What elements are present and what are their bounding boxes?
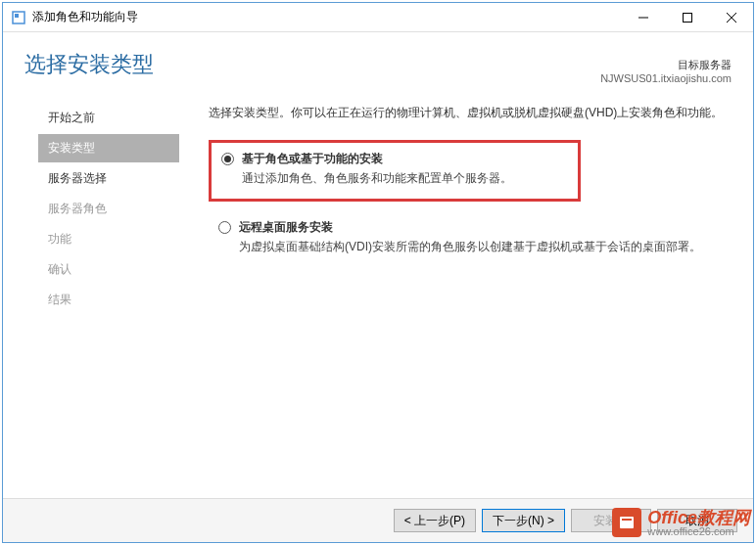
window-controls [621, 3, 753, 31]
option-role-based-title: 基于角色或基于功能的安装 [242, 151, 564, 167]
svg-rect-1 [15, 14, 19, 18]
option-rds-content: 远程桌面服务安装 为虚拟桌面基础结构(VDI)安装所需的角色服务以创建基于虚拟机… [239, 219, 722, 255]
option-role-based-highlight: 基于角色或基于功能的安装 通过添加角色、角色服务和功能来配置单个服务器。 [209, 140, 581, 202]
option-role-based-content: 基于角色或基于功能的安装 通过添加角色、角色服务和功能来配置单个服务器。 [242, 151, 564, 187]
content-panel: 选择安装类型。你可以在正在运行的物理计算机、虚拟机或脱机虚拟硬盘(VHD)上安装… [179, 100, 753, 498]
maximize-button[interactable] [665, 3, 709, 31]
next-button[interactable]: 下一步(N) > [482, 509, 565, 532]
sidebar-item-server-roles: 服务器角色 [38, 195, 179, 223]
svg-rect-3 [683, 13, 691, 22]
header: 选择安装类型 目标服务器 NJWSUS01.itxiaojishu.com [3, 32, 753, 94]
sidebar-item-features: 功能 [38, 225, 179, 253]
server-label: 目标服务器 [600, 58, 732, 72]
close-button[interactable] [709, 3, 753, 31]
server-info: 目标服务器 NJWSUS01.itxiaojishu.com [600, 58, 732, 84]
cancel-button[interactable]: 取消 [657, 509, 737, 532]
sidebar-item-before-you-begin[interactable]: 开始之前 [38, 104, 179, 132]
sidebar: 开始之前 安装类型 服务器选择 服务器角色 功能 确认 结果 [3, 100, 179, 498]
wizard-window: 添加角色和功能向导 选择安装类型 目标服务器 NJWSUS01.itxiaoji… [2, 2, 754, 543]
server-value: NJWSUS01.itxiaojishu.com [600, 72, 732, 84]
intro-text: 选择安装类型。你可以在正在运行的物理计算机、虚拟机或脱机虚拟硬盘(VHD)上安装… [209, 104, 735, 122]
window-title: 添加角色和功能向导 [32, 9, 621, 25]
sidebar-item-confirmation: 确认 [38, 255, 179, 284]
install-button: 安装(I) [571, 509, 651, 532]
page-heading: 选择安装类型 [24, 50, 154, 79]
option-role-based-desc: 通过添加角色、角色服务和功能来配置单个服务器。 [242, 169, 564, 187]
titlebar: 添加角色和功能向导 [3, 3, 753, 32]
footer: < 上一步(P) 下一步(N) > 安装(I) 取消 [3, 498, 753, 542]
content: 选择安装类型 目标服务器 NJWSUS01.itxiaojishu.com 开始… [3, 32, 753, 542]
minimize-button[interactable] [621, 3, 665, 31]
previous-button[interactable]: < 上一步(P) [394, 509, 476, 532]
sidebar-item-installation-type[interactable]: 安装类型 [38, 134, 179, 162]
sidebar-item-server-selection[interactable]: 服务器选择 [38, 164, 179, 193]
main-area: 开始之前 安装类型 服务器选择 服务器角色 功能 确认 结果 选择安装类型。你可… [3, 94, 753, 498]
option-rds[interactable]: 远程桌面服务安装 为虚拟桌面基础结构(VDI)安装所需的角色服务以创建基于虚拟机… [218, 219, 722, 255]
radio-role-based[interactable] [221, 153, 234, 165]
option-role-based[interactable]: 基于角色或基于功能的安装 通过添加角色、角色服务和功能来配置单个服务器。 [221, 151, 564, 187]
option-rds-block: 远程桌面服务安装 为虚拟桌面基础结构(VDI)安装所需的角色服务以创建基于虚拟机… [209, 213, 735, 267]
option-rds-desc: 为虚拟桌面基础结构(VDI)安装所需的角色服务以创建基于虚拟机或基于会话的桌面部… [239, 238, 722, 255]
app-icon [11, 10, 26, 25]
option-rds-title: 远程桌面服务安装 [239, 219, 722, 236]
radio-rds[interactable] [218, 221, 231, 234]
sidebar-item-results: 结果 [38, 286, 179, 314]
